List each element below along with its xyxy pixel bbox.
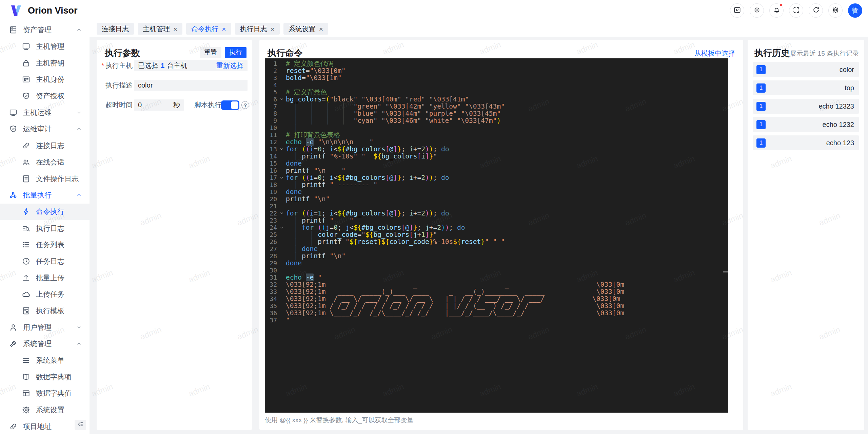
choose-template-link[interactable]: 从模板中选择 <box>694 49 735 58</box>
history-row[interactable]: 1echo 12323 <box>753 99 859 114</box>
sidebar-item-资产授权[interactable]: 资产授权 <box>0 88 90 105</box>
fold-chevron-icon[interactable] <box>277 96 286 103</box>
app-logo: Orion Visor <box>9 4 78 17</box>
help-icon[interactable]: ? <box>241 101 249 109</box>
fold-gutter <box>277 81 286 89</box>
sidebar-item-系统菜单[interactable]: 系统菜单 <box>0 352 90 369</box>
chevron-up-icon <box>76 126 82 132</box>
code-square-button[interactable] <box>730 3 744 18</box>
run-button[interactable]: 执行 <box>225 47 246 58</box>
line-number: 33 <box>265 288 277 295</box>
code-line: 6bg_colors=("black" "\033[40m" "red" "\0… <box>265 96 728 103</box>
wrench-icon <box>9 339 18 348</box>
line-number: 3 <box>265 74 277 81</box>
sidebar-item-文件操作日志[interactable]: 文件操作日志 <box>0 170 90 187</box>
chevron-up-icon <box>76 192 82 198</box>
close-icon[interactable]: × <box>319 25 323 33</box>
editor-scrollbar[interactable] <box>723 271 728 272</box>
sidebar-item-数据字典项[interactable]: 数据字典项 <box>0 369 90 385</box>
fold-chevron-icon[interactable] <box>277 224 286 231</box>
desktop-icon <box>22 42 31 51</box>
sidebar-item-主机管理[interactable]: 主机管理 <box>0 38 90 55</box>
code-line: 21 <box>265 203 728 210</box>
fold-chevron-icon[interactable] <box>277 210 286 217</box>
timeout-label: 超时时间 <box>100 99 133 111</box>
code-line: 8 │ │ │ │ "blue" "\033[44m" "purple" "\0… <box>265 110 728 117</box>
reselect-link[interactable]: 重新选择 <box>216 61 243 70</box>
tab-执行日志[interactable]: 执行日志× <box>235 23 280 35</box>
refresh-icon <box>812 6 820 15</box>
sidebar-item-label: 用户管理 <box>23 323 52 332</box>
sidebar-item-在线会话[interactable]: 在线会话 <box>0 154 90 171</box>
sidebar-item-执行模板[interactable]: 执行模板 <box>0 303 90 319</box>
sidebar-item-主机运维[interactable]: 主机运维 <box>0 104 90 121</box>
sidebar-item-label: 批量上传 <box>36 273 64 283</box>
tab-连接日志[interactable]: 连接日志 <box>97 23 134 35</box>
code-line: 13for ((i=0; i<${#bg_colors[@]}; i+=2));… <box>265 146 728 153</box>
sidebar-item-数据字典值[interactable]: 数据字典值 <box>0 385 90 402</box>
sidebar-item-label: 系统设置 <box>36 405 64 415</box>
host-selected-prefix: 已选择 <box>138 61 158 70</box>
refresh-button[interactable] <box>809 3 823 18</box>
sidebar-item-任务列表[interactable]: 任务列表 <box>0 237 90 253</box>
history-row[interactable]: 1top <box>753 80 859 95</box>
user-avatar[interactable]: 管 <box>848 3 862 18</box>
line-number: 34 <box>265 295 277 302</box>
code-line: 31echo -e " <box>265 274 728 281</box>
sidebar-item-资产管理[interactable]: 资产管理 <box>0 22 90 38</box>
sidebar-item-任务日志[interactable]: 任务日志 <box>0 253 90 270</box>
history-row[interactable]: 1echo 1232 <box>753 117 859 132</box>
sidebar-item-主机密钥[interactable]: 主机密钥 <box>0 55 90 71</box>
sidebar-item-系统管理[interactable]: 系统管理 <box>0 336 90 352</box>
fold-gutter <box>277 231 286 238</box>
sidebar-item-用户管理[interactable]: 用户管理 <box>0 319 90 336</box>
bell-button[interactable] <box>769 3 784 18</box>
sidebar-item-执行日志[interactable]: 执行日志 <box>0 220 90 237</box>
sidebar-item-上传任务[interactable]: 上传任务 <box>0 286 90 303</box>
line-number: 24 <box>265 224 277 231</box>
timeout-input[interactable]: 0 秒 <box>134 99 184 111</box>
exec-params-title: 执行参数 <box>105 47 140 59</box>
desc-input[interactable]: color <box>134 80 248 91</box>
tab-主机管理[interactable]: 主机管理× <box>138 23 182 35</box>
code-line: 30 <box>265 267 728 274</box>
history-row[interactable]: 1color <box>753 62 859 77</box>
close-icon[interactable]: × <box>271 25 275 33</box>
book-icon <box>22 373 31 381</box>
sidebar-collapse-button[interactable] <box>75 420 86 430</box>
close-icon[interactable]: × <box>173 25 177 33</box>
sidebar-item-批量上传[interactable]: 批量上传 <box>0 269 90 286</box>
host-label: *执行主机 <box>100 60 133 71</box>
fold-chevron-icon[interactable] <box>277 146 286 153</box>
fullscreen-button[interactable] <box>789 3 803 18</box>
sidebar-item-批量执行[interactable]: 批量执行 <box>0 187 90 204</box>
sidebar-item-主机身份[interactable]: 主机身份 <box>0 71 90 88</box>
sun-button[interactable] <box>750 3 764 18</box>
code-line: 12echo -e "\n\n\n\n " <box>265 138 728 146</box>
gear-button[interactable] <box>828 3 843 18</box>
host-field[interactable]: 已选择 1 台主机 重新选择 <box>134 60 248 71</box>
reset-button[interactable]: 重置 <box>200 47 221 58</box>
fold-gutter <box>277 317 286 324</box>
close-icon[interactable]: × <box>222 25 226 33</box>
code-line: 1# 定义颜色代码 <box>265 60 728 67</box>
gear-icon <box>22 405 31 414</box>
script-exec-toggle[interactable] <box>221 100 239 110</box>
sidebar-item-运维审计[interactable]: 运维审计 <box>0 121 90 137</box>
sidebar-item-连接日志[interactable]: 连接日志 <box>0 137 90 154</box>
history-row[interactable]: 1echo 123 <box>753 135 859 150</box>
line-number: 18 <box>265 181 277 188</box>
sidebar-item-命令执行[interactable]: 命令执行 <box>0 204 90 220</box>
code-line: 17for ((i=0; i<${#bg_colors[@]}; i+=2));… <box>265 174 728 181</box>
fold-gutter <box>277 252 286 260</box>
host-count-badge: 1 <box>756 102 766 111</box>
fold-chevron-icon[interactable] <box>277 174 286 181</box>
sidebar-item-系统设置[interactable]: 系统设置 <box>0 402 90 418</box>
sidebar-item-label: 数据字典项 <box>36 372 72 382</box>
tab-命令执行[interactable]: 命令执行× <box>186 23 231 35</box>
code-editor[interactable]: 1# 定义颜色代码2reset="\033[0m"3bold="\033[1m"… <box>265 58 728 413</box>
code-line: 11# 打印背景色表格 <box>265 131 728 138</box>
chevron-down-icon <box>76 324 82 331</box>
tab-系统设置[interactable]: 系统设置× <box>283 23 328 35</box>
line-number: 35 <box>265 302 277 309</box>
